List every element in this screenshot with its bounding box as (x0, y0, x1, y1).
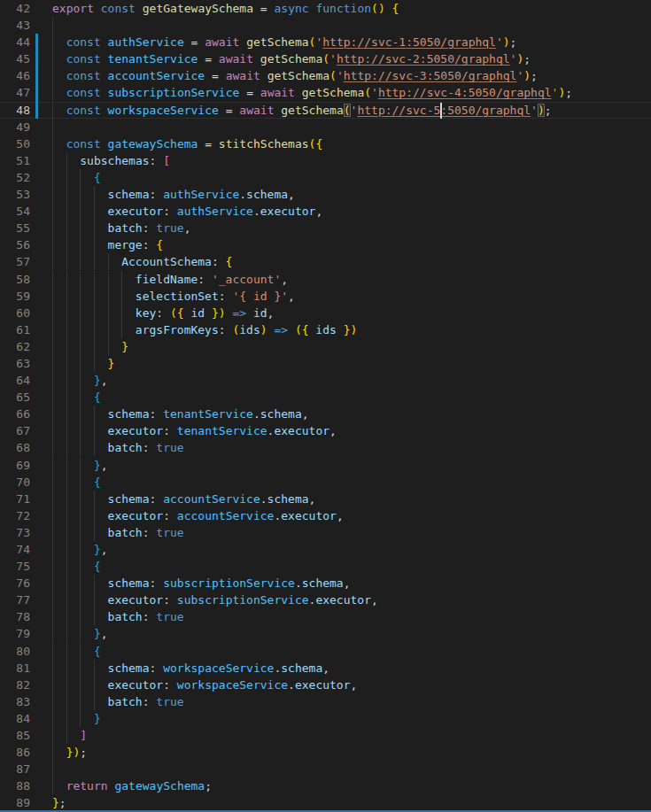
code-token: '{ id }' (232, 290, 288, 303)
code-text (52, 17, 651, 34)
code-line[interactable]: 52{ (0, 169, 651, 186)
code-line[interactable]: 64}, (0, 372, 651, 389)
line-number: 75 (0, 558, 30, 575)
code-line[interactable]: 57AccountSchema: { (0, 253, 651, 270)
code-line[interactable]: 71schema: accountService.schema, (0, 491, 651, 507)
code-token: authService (163, 188, 239, 201)
line-number: 46 (0, 67, 30, 84)
line-number: 84 (0, 710, 30, 727)
indent-guide (66, 372, 81, 389)
code-token: tenantService (108, 52, 198, 66)
code-line[interactable]: 68batch: true (0, 439, 651, 456)
code-token: subscriptionService (163, 576, 295, 590)
code-line[interactable]: 47const subscriptionService = await getS… (0, 84, 651, 101)
code-line[interactable]: 86}); (0, 744, 651, 761)
code-line[interactable]: 75{ (0, 558, 651, 575)
code-line[interactable]: 51subschemas: [ (0, 152, 651, 169)
code-line[interactable]: 58fieldName: '_account', (0, 271, 651, 288)
code-line[interactable]: 63} (0, 355, 651, 372)
code-line[interactable]: 45const tenantService = await getSchema(… (0, 50, 651, 67)
code-token: subschemas (80, 154, 149, 167)
code-line[interactable]: 66schema: tenantService.schema, (0, 406, 651, 422)
code-line[interactable]: 87 (0, 761, 651, 777)
code-line[interactable]: 70{ (0, 474, 651, 491)
code-line[interactable]: 79}, (0, 625, 651, 642)
code-token: ( (322, 52, 329, 66)
code-line[interactable]: 62} (0, 338, 651, 355)
code-token: executor (315, 593, 371, 607)
code-line[interactable]: 69}, (0, 457, 651, 474)
code-token: gatewaySchema (114, 779, 205, 793)
code-text: }; (52, 794, 651, 811)
code-line[interactable]: 44const authService = await getSchema('h… (0, 34, 651, 50)
code-token: getSchema (302, 86, 364, 99)
code-line[interactable]: 83batch: true (0, 693, 651, 710)
code-line[interactable]: 61argsFromKeys: (ids) => ({ ids }) (0, 321, 651, 338)
indent-guide (52, 693, 66, 710)
git-modified-indicator (35, 457, 38, 474)
indent-guide (80, 220, 94, 236)
line-number: 60 (0, 305, 30, 321)
indent-guide (94, 288, 108, 305)
code-line[interactable]: 49 (0, 119, 651, 135)
code-line[interactable]: 85] (0, 727, 651, 744)
code-line[interactable]: 55batch: true, (0, 220, 651, 236)
code-line[interactable]: 50const gatewaySchema = stitchSchemas({ (0, 135, 651, 152)
code-line[interactable]: 43 (0, 17, 651, 34)
code-line[interactable]: 59selectionSet: '{ id }', (0, 288, 651, 305)
code-line[interactable]: 89}; (0, 794, 651, 811)
code-token: batch (108, 441, 143, 454)
code-line[interactable]: 76schema: subscriptionService.schema, (0, 575, 651, 592)
code-line[interactable]: 78batch: true (0, 608, 651, 625)
indent-guide (80, 338, 94, 355)
code-line[interactable]: 46const accountService = await getSchema… (0, 67, 651, 84)
code-token (101, 104, 108, 117)
code-line[interactable]: 81schema: workspaceService.schema, (0, 660, 651, 677)
text-cursor (440, 103, 442, 119)
code-line[interactable]: 54executor: authService.executor, (0, 203, 651, 220)
code-line[interactable]: 65{ (0, 389, 651, 406)
code-token: : (143, 441, 157, 454)
code-line[interactable]: 56merge: { (0, 236, 651, 253)
indent-guide (94, 524, 108, 541)
code-token: } (94, 712, 101, 725)
git-modified-indicator (35, 777, 38, 794)
code-line[interactable]: 42export const getGatewaySchema = async … (0, 0, 651, 17)
code-line[interactable]: 72executor: accountService.executor, (0, 507, 651, 524)
code-editor[interactable]: 42export const getGatewaySchema = async … (0, 0, 651, 812)
code-token: accountService (177, 509, 275, 522)
code-line[interactable]: 67executor: tenantService.executor, (0, 422, 651, 439)
line-number: 62 (0, 338, 30, 355)
code-text: batch: true (52, 439, 651, 456)
line-number: 57 (0, 253, 30, 270)
code-token: , (344, 576, 351, 590)
code-line[interactable]: 82executor: workspaceService.executor, (0, 677, 651, 693)
code-token: batch (108, 610, 143, 623)
indent-guide (52, 643, 66, 660)
indent-guide (66, 321, 81, 338)
code-line[interactable]: 84} (0, 710, 651, 727)
code-line[interactable]: 74}, (0, 541, 651, 558)
code-line[interactable]: 80{ (0, 643, 651, 660)
indent-guide (66, 558, 81, 575)
indent-guide (66, 253, 81, 270)
code-text: argsFromKeys: (ids) => ({ ids }) (52, 321, 651, 338)
code-token: ) (523, 69, 531, 82)
indent-guide (121, 271, 136, 288)
code-line[interactable]: 77executor: subscriptionService.executor… (0, 592, 651, 608)
code-line[interactable]: 60key: ({ id }) => id, (0, 305, 651, 321)
code-line[interactable]: 88return gatewaySchema; (0, 777, 651, 794)
code-line[interactable]: 73batch: true (0, 524, 651, 541)
line-number: 89 (0, 794, 30, 811)
code-line[interactable]: 53schema: authService.schema, (0, 186, 651, 203)
indent-guide (80, 305, 94, 321)
code-token: await (260, 86, 295, 99)
code-token: executor (260, 205, 316, 218)
code-line[interactable]: 48const workspaceService = await getSche… (0, 102, 651, 119)
code-token: getSchema (267, 69, 329, 82)
code-text: { (52, 169, 651, 186)
indent-guide (52, 321, 66, 338)
git-modified-indicator (35, 389, 38, 406)
line-number: 81 (0, 660, 30, 677)
code-token: schema (302, 576, 344, 590)
